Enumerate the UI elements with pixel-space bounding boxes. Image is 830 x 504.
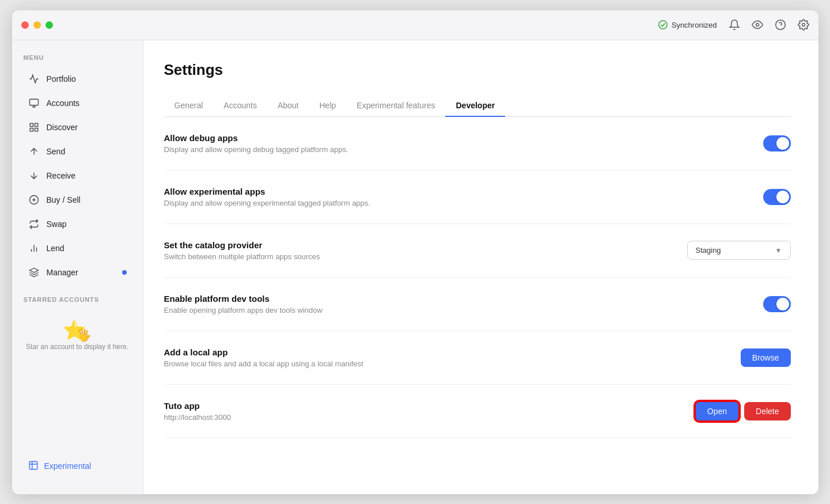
sidebar-item-experimental[interactable]: Experimental (17, 454, 138, 478)
maximize-button[interactable] (46, 21, 53, 29)
svg-rect-5 (29, 99, 38, 105)
close-button[interactable] (21, 21, 29, 29)
tab-help[interactable]: Help (309, 95, 347, 117)
tuto-app-url: http://localhost:3000 (164, 413, 681, 422)
swap-icon (28, 218, 40, 230)
svg-point-4 (802, 24, 805, 26)
sidebar-bottom: Experimental (12, 448, 143, 485)
svg-point-1 (756, 24, 759, 26)
sidebar-item-label: Discover (47, 123, 78, 132)
add-local-app-control: Browse (741, 348, 791, 367)
sidebar-item-label: Swap (47, 219, 67, 229)
tab-about[interactable]: About (267, 95, 309, 117)
tab-accounts[interactable]: Accounts (213, 95, 267, 117)
sidebar-item-label: Buy / Sell (47, 195, 81, 204)
portfolio-icon (28, 73, 40, 85)
buy-sell-icon (28, 194, 40, 206)
chevron-down-icon: ▼ (775, 247, 782, 255)
tab-experimental-features[interactable]: Experimental features (346, 95, 445, 117)
toggle-knob (776, 137, 789, 150)
tab-general[interactable]: General (164, 95, 214, 117)
lend-icon (28, 242, 40, 254)
settings-row-info: Allow debug apps Display and allow openi… (164, 133, 749, 154)
svg-rect-8 (30, 123, 33, 126)
allow-debug-apps-desc: Display and allow opening debug tagged p… (164, 145, 749, 154)
sidebar-item-manager[interactable]: Manager (17, 261, 138, 284)
cursor-icon: 🖐 (77, 328, 92, 342)
settings-row-allow-debug-apps: Allow debug apps Display and allow openi… (164, 117, 791, 170)
send-icon (28, 146, 40, 157)
titlebar-actions: Synchronized (658, 19, 809, 31)
sidebar: MENU Portfolio Accounts Discov (12, 40, 143, 494)
svg-rect-9 (35, 123, 37, 126)
manager-badge (122, 270, 127, 275)
tuto-app-title: Tuto app (164, 401, 681, 411)
allow-experimental-apps-toggle[interactable] (763, 189, 791, 205)
settings-row-allow-experimental-apps: Allow experimental apps Display and allo… (164, 170, 791, 224)
settings-row-info: Set the catalog provider Switch between … (164, 240, 673, 261)
settings-icon[interactable] (798, 19, 809, 31)
svg-rect-11 (35, 128, 37, 131)
sidebar-item-send[interactable]: Send (17, 140, 138, 163)
allow-debug-apps-control (763, 135, 791, 151)
sidebar-item-accounts[interactable]: Accounts (17, 92, 138, 115)
allow-debug-apps-title: Allow debug apps (164, 133, 749, 143)
sync-icon (658, 20, 668, 30)
bell-icon[interactable] (729, 19, 740, 31)
traffic-lights (21, 21, 53, 29)
starred-accounts-section: STARRED ACCOUNTS ⭐ 🖐 Star an account to … (12, 296, 143, 359)
catalog-provider-control: Staging ▼ (687, 241, 791, 260)
help-icon[interactable] (775, 19, 786, 31)
main-layout: MENU Portfolio Accounts Discov (12, 40, 818, 494)
platform-dev-tools-toggle[interactable] (763, 296, 791, 312)
toggle-knob (776, 191, 789, 203)
platform-dev-tools-desc: Enable opening platform apps dev tools w… (164, 306, 749, 314)
eye-icon[interactable] (752, 19, 763, 31)
catalog-provider-desc: Switch between multiple platform apps so… (164, 252, 673, 261)
settings-row-tuto-app: Tuto app http://localhost:3000 Open Dele… (164, 385, 791, 438)
experimental-label: Experimental (44, 461, 92, 471)
catalog-provider-value: Staging (696, 246, 721, 255)
allow-experimental-apps-desc: Display and allow opening experimental t… (164, 199, 749, 207)
open-button[interactable]: Open (695, 401, 740, 422)
star-cursor-icon: ⭐ 🖐 (63, 319, 92, 342)
settings-row-info: Tuto app http://localhost:3000 (164, 401, 681, 422)
sync-label: Synchronized (672, 21, 717, 29)
manager-icon (28, 267, 40, 278)
page-title: Settings (164, 61, 791, 79)
receive-icon (28, 170, 40, 181)
browse-button[interactable]: Browse (741, 348, 791, 367)
svg-rect-10 (30, 128, 33, 131)
toggle-knob (776, 298, 789, 310)
allow-experimental-apps-control (763, 189, 791, 205)
minimize-button[interactable] (33, 21, 41, 29)
settings-content: Settings General Accounts About Help Exp… (143, 40, 818, 494)
platform-dev-tools-control (763, 296, 791, 312)
accounts-icon (28, 97, 40, 109)
allow-debug-apps-toggle[interactable] (763, 135, 791, 151)
sidebar-item-buy-sell[interactable]: Buy / Sell (17, 188, 138, 211)
sidebar-item-portfolio[interactable]: Portfolio (17, 67, 138, 90)
sidebar-item-swap[interactable]: Swap (17, 213, 138, 236)
delete-button[interactable]: Delete (744, 402, 790, 420)
sidebar-item-label: Accounts (47, 98, 80, 108)
settings-row-info: Enable platform dev tools Enable opening… (164, 294, 749, 314)
sidebar-item-label: Portfolio (47, 74, 76, 84)
menu-label: MENU (12, 54, 143, 67)
svg-point-0 (659, 21, 667, 29)
sidebar-item-discover[interactable]: Discover (17, 116, 138, 139)
settings-row-info: Add a local app Browse local files and a… (164, 347, 727, 368)
sidebar-item-lend[interactable]: Lend (17, 237, 138, 260)
sidebar-item-receive[interactable]: Receive (17, 164, 138, 187)
sidebar-item-label: Send (47, 147, 66, 156)
svg-point-2 (775, 20, 785, 30)
catalog-provider-dropdown[interactable]: Staging ▼ (687, 241, 791, 260)
experimental-icon (28, 460, 39, 472)
starred-accounts-empty: ⭐ 🖐 Star an account to display it here. (24, 312, 131, 359)
titlebar: Synchronized (12, 10, 818, 40)
platform-dev-tools-title: Enable platform dev tools (164, 294, 749, 304)
settings-row-add-local-app: Add a local app Browse local files and a… (164, 331, 791, 385)
app-window: Synchronized MENU (12, 10, 818, 494)
sidebar-item-label: Manager (47, 268, 78, 277)
tab-developer[interactable]: Developer (445, 95, 505, 117)
